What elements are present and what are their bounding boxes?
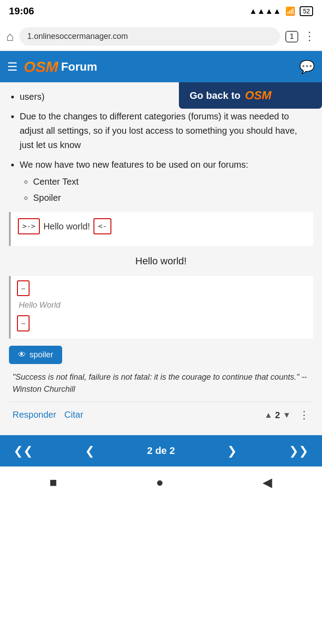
main-content: users) Due to the changes to different c… (0, 82, 322, 435)
sub-list: Center Text Spoiler (20, 174, 313, 205)
battery-icon: 52 (300, 6, 313, 16)
list-item: Due to the changes to different categori… (20, 109, 313, 152)
spoiler-button-label: spoiler (30, 350, 53, 360)
status-time: 19:06 (9, 5, 34, 17)
open-center-tag: >-> (18, 218, 40, 234)
browser-more-button[interactable]: ⋮ (304, 30, 316, 43)
list-item: We now have two new features to be used … (20, 157, 313, 205)
sub-list-item: Center Text (33, 174, 313, 189)
osm-logo-text: OSM (24, 58, 58, 76)
quote-button[interactable]: Citar (64, 410, 83, 420)
go-back-osm-text: OSM (245, 89, 271, 102)
android-nav-bar: ■ ● ◀ (0, 466, 322, 498)
sub-list-item: Spoiler (33, 191, 313, 205)
downvote-button[interactable]: ▼ (283, 409, 291, 422)
url-bar[interactable]: 1.onlinesoccermanager.com (19, 27, 280, 46)
center-text-demo: >-> Hello world! <- (18, 218, 306, 234)
status-bar: 19:06 ▲▲▲▲ 📶 52 (0, 0, 322, 22)
spoiler-button[interactable]: 👁 spoiler (9, 346, 62, 364)
vote-area: ▲ 2 ▼ (264, 408, 291, 422)
spoiler-content-text: Hello World (17, 299, 307, 312)
osm-header: ☰ OSM Forum 💬 Go back to OSM (0, 51, 322, 82)
hello-world-inline: Hello world! (43, 219, 90, 233)
android-back-button[interactable]: ◀ (263, 475, 272, 490)
eye-icon: 👁 (18, 350, 26, 360)
reply-button[interactable]: Responder (13, 410, 56, 420)
spoiler-close-tag: ⋯ (17, 315, 30, 331)
go-back-dropdown[interactable]: Go back to OSM (179, 82, 322, 109)
chat-button[interactable]: 💬 (299, 59, 315, 74)
center-text-demo-block: >-> Hello world! <- (9, 212, 313, 246)
bottom-nav-bar: ❮❮ ❮ 2 de 2 ❯ ❯❯ (0, 435, 322, 466)
spoiler-open-tag: ⋯ (17, 280, 30, 297)
post-quote: "Success is not final, failure is not fa… (9, 371, 313, 395)
spoiler-close-tag-row: ⋯ (17, 315, 307, 331)
browser-bar: ⌂ 1.onlinesoccermanager.com 1 ⋮ (0, 22, 322, 51)
spoiler-open-tag-row: ⋯ (17, 280, 307, 297)
tab-count[interactable]: 1 (285, 31, 298, 42)
centered-hello-world: Hello world! (9, 253, 313, 269)
next-page-button[interactable]: ❯ (227, 444, 237, 458)
osm-logo: OSM Forum (24, 58, 97, 76)
android-home-button[interactable]: ● (156, 475, 164, 490)
upvote-button[interactable]: ▲ (264, 409, 272, 422)
status-icons: ▲▲▲▲ 📶 52 (249, 6, 313, 16)
post-actions: Responder Citar ▲ 2 ▼ ⋮ (9, 402, 313, 428)
android-stop-button[interactable]: ■ (50, 475, 57, 490)
home-button[interactable]: ⌂ (6, 30, 14, 44)
go-back-text: Go back to (190, 90, 241, 102)
first-page-button[interactable]: ❮❮ (13, 444, 33, 458)
page-indicator: 2 de 2 (147, 445, 175, 457)
spoiler-demo-block: ⋯ Hello World ⋯ (9, 276, 313, 339)
wifi-icon: 📶 (285, 6, 295, 16)
prev-page-button[interactable]: ❮ (85, 444, 95, 458)
hamburger-button[interactable]: ☰ (7, 60, 17, 74)
forum-label: Forum (61, 60, 97, 74)
close-center-tag: <- (93, 218, 111, 234)
signal-icon: ▲▲▲▲ (249, 7, 281, 16)
vote-count: 2 (275, 408, 280, 422)
last-page-button[interactable]: ❯❯ (289, 444, 309, 458)
more-post-options-button[interactable]: ⋮ (299, 407, 309, 424)
